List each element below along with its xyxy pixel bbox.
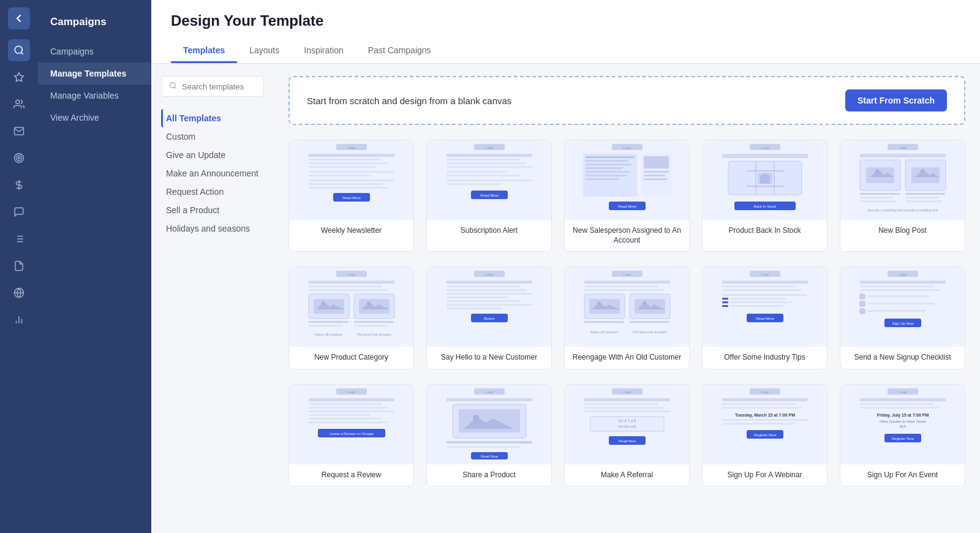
svg-point-104 [367, 301, 371, 305]
svg-rect-91 [905, 200, 942, 202]
filter-holidays[interactable]: Holidays and seasons [161, 219, 264, 238]
sidebar-item-manage-variables[interactable]: Manage Variables [38, 85, 151, 107]
nav-toggle-button[interactable] [8, 7, 30, 29]
svg-rect-106 [354, 321, 394, 323]
svg-text:Put best foot forward: Put best foot forward [633, 330, 666, 334]
search-input[interactable] [182, 82, 256, 91]
template-name: Subscription Alert [427, 220, 551, 242]
svg-rect-58 [644, 156, 669, 168]
filter-custom[interactable]: Custom [161, 127, 264, 146]
svg-rect-67 [722, 154, 808, 158]
filter-request-action[interactable]: Request Action [161, 183, 264, 201]
svg-text:Logo: Logo [899, 390, 907, 394]
tab-templates[interactable]: Templates [171, 39, 237, 63]
svg-rect-152 [731, 305, 783, 307]
svg-rect-24 [309, 162, 388, 164]
svg-rect-108 [354, 325, 388, 327]
svg-rect-166 [867, 310, 925, 312]
star-nav-icon[interactable] [8, 66, 30, 88]
svg-rect-172 [309, 398, 394, 401]
search-box[interactable] [161, 76, 264, 97]
template-card-product-back-in-stock[interactable]: Logo Back In Stock [702, 140, 827, 252]
main-content: Design Your Template Templates Layouts I… [151, 0, 980, 533]
svg-rect-211 [722, 419, 808, 421]
filter-list: All Templates Custom Give an Update Make… [161, 109, 264, 238]
template-card-new-product-category[interactable]: Logo [288, 266, 414, 369]
tab-inspiration[interactable]: Inspiration [292, 39, 356, 63]
svg-text:G I F T 2 5: G I F T 2 5 [618, 419, 636, 423]
svg-text:Olive Garden on Main Street: Olive Garden on Main Street [879, 420, 925, 423]
target-nav-icon[interactable] [8, 147, 30, 169]
svg-rect-155 [854, 267, 952, 347]
tab-past-campaigns[interactable]: Past Campaigns [356, 39, 443, 63]
template-card-weekly-newsletter[interactable]: Logo Read More [288, 140, 414, 252]
svg-rect-174 [309, 407, 388, 409]
template-card-new-salesperson[interactable]: Logo [564, 140, 690, 252]
svg-text:Read More: Read More [342, 196, 361, 200]
svg-point-5 [18, 157, 20, 159]
sidebar-item-campaigns[interactable]: Campaigns [38, 40, 151, 62]
svg-rect-114 [447, 281, 532, 284]
svg-rect-160 [860, 289, 940, 291]
svg-rect-208 [722, 403, 796, 405]
template-card-signup-checklist[interactable]: Logo Sign Up Now [840, 266, 965, 369]
svg-rect-169 [303, 385, 401, 464]
template-preview: Logo Sign Up Now [840, 267, 965, 347]
template-card-subscription-alert[interactable]: Logo Read More Su [426, 140, 552, 252]
template-card-make-referral[interactable]: Logo G I F T 2 5 Use this code Read Now [564, 384, 690, 487]
svg-rect-52 [586, 160, 628, 162]
svg-rect-173 [309, 403, 382, 405]
template-card-reengage[interactable]: Logo [564, 266, 690, 369]
template-preview: Logo G I F T 2 5 Use this code Read Now [565, 385, 689, 464]
svg-rect-90 [860, 200, 897, 202]
filter-give-update[interactable]: Give an Update [161, 146, 264, 164]
svg-rect-89 [905, 197, 939, 198]
email-nav-icon[interactable] [8, 120, 30, 142]
template-name: Offer Some Industry Tips [703, 347, 827, 369]
template-card-request-review[interactable]: Logo Leave a Review on Google Re [288, 384, 414, 487]
tab-layouts[interactable]: Layouts [237, 39, 292, 63]
svg-rect-28 [309, 180, 394, 181]
svg-point-85 [921, 169, 924, 173]
template-preview: Logo [565, 267, 689, 347]
svg-text:Logo: Logo [899, 146, 907, 149]
list-nav-icon[interactable] [8, 228, 30, 250]
file-nav-icon[interactable] [8, 255, 30, 277]
svg-rect-158 [860, 281, 946, 284]
dollar-nav-icon[interactable] [8, 174, 30, 196]
template-card-signup-webinar[interactable]: Logo Tuesday, March 15 at 7:00 PM Regist… [702, 384, 827, 487]
tab-bar: Templates Layouts Inspiration Past Campa… [171, 39, 960, 63]
svg-rect-97 [309, 285, 382, 287]
comment-nav-icon[interactable] [8, 201, 30, 223]
blank-canvas-text: Start from scratch and design from a bla… [307, 96, 511, 106]
svg-rect-164 [867, 303, 935, 304]
search-nav-icon[interactable] [8, 39, 30, 61]
svg-rect-38 [447, 162, 526, 164]
sidebar-item-view-archive[interactable]: View Archive [38, 107, 151, 129]
svg-rect-128 [584, 285, 658, 287]
filter-sell-product[interactable]: Sell a Product [161, 201, 264, 219]
svg-text:Register Now: Register Now [891, 437, 914, 440]
template-card-say-hello[interactable]: Logo Button Say H [426, 266, 552, 369]
svg-text:Logo: Logo [761, 273, 769, 276]
template-preview: Logo [840, 140, 965, 220]
svg-rect-121 [447, 308, 502, 309]
template-name: Say Hello to a New Customer [427, 347, 551, 369]
globe-nav-icon[interactable] [8, 282, 30, 304]
start-from-scratch-button[interactable]: Start From Scratch [845, 89, 947, 112]
svg-text:Logo: Logo [623, 146, 631, 149]
people-nav-icon[interactable] [8, 93, 30, 115]
sidebar-item-manage-templates[interactable]: Manage Templates [38, 62, 151, 85]
svg-text:Read Now: Read Now [618, 439, 636, 443]
svg-rect-147 [722, 298, 728, 300]
template-card-signup-event[interactable]: Logo Friday, July 15 at 7:00 PM Olive Ga… [840, 384, 965, 487]
template-card-share-product[interactable]: Logo Read Now Share a Product [426, 384, 552, 487]
template-card-industry-tips[interactable]: Logo Read More [702, 266, 827, 369]
template-name: Weekly Newsletter [289, 220, 413, 242]
template-card-new-blog-post[interactable]: Logo [840, 140, 965, 252]
filter-make-announcement[interactable]: Make an Announcement [161, 164, 264, 183]
filter-all-templates[interactable]: All Templates [161, 109, 264, 127]
template-name: New Product Category [289, 347, 413, 369]
svg-rect-51 [586, 156, 635, 158]
barchart-nav-icon[interactable] [8, 309, 30, 331]
